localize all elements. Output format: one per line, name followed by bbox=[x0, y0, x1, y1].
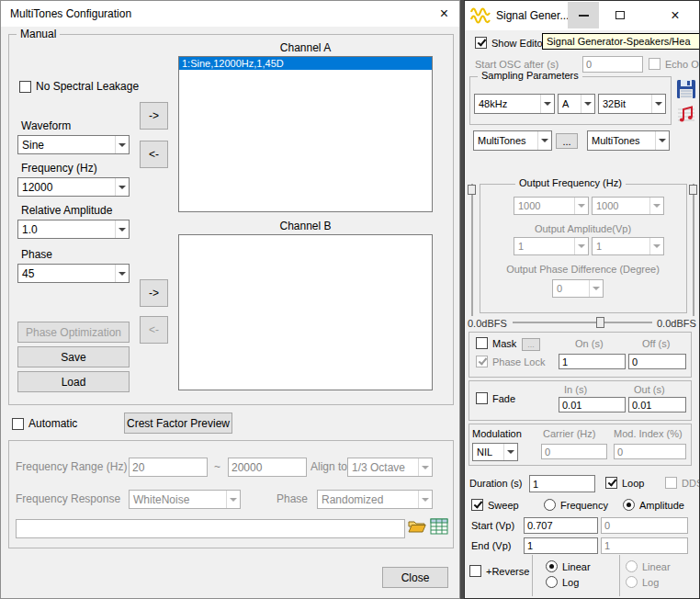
slider-thumb[interactable] bbox=[689, 185, 697, 195]
fade-in-input[interactable] bbox=[559, 397, 626, 413]
amp-b-combobox[interactable]: 1 bbox=[592, 237, 664, 255]
checkbox-box bbox=[649, 58, 660, 70]
dds-checkbox[interactable]: DDS bbox=[665, 477, 700, 489]
echo-only-checkbox[interactable]: Echo Only bbox=[649, 58, 700, 70]
channel-b-listbox[interactable] bbox=[178, 234, 433, 390]
radio-label: Log bbox=[562, 577, 579, 588]
show-editor-checkbox[interactable]: Show Edito bbox=[475, 37, 543, 49]
phase-mode-combobox[interactable]: Randomized bbox=[317, 490, 433, 509]
freq-a-combobox[interactable]: 1000 bbox=[514, 197, 589, 215]
multitones-config-dialog: MultiTones Configuration × Manual Channe… bbox=[0, 0, 460, 599]
channel-a-item[interactable]: 1:Sine,12000Hz,1,45D bbox=[179, 57, 432, 70]
linear-radio[interactable]: Linear bbox=[546, 560, 591, 572]
add-to-channel-a-button[interactable]: -> bbox=[140, 102, 168, 130]
chevron-down-icon bbox=[115, 178, 129, 196]
waveform-combobox[interactable]: Sine bbox=[17, 135, 130, 154]
notation-button[interactable] bbox=[674, 105, 698, 129]
slider-thumb[interactable] bbox=[468, 185, 476, 195]
phase-optimization-button[interactable]: Phase Optimization bbox=[17, 322, 130, 343]
balance-slider[interactable] bbox=[511, 316, 654, 329]
sweep-start-b-input[interactable] bbox=[601, 517, 688, 534]
save-settings-button[interactable] bbox=[673, 79, 699, 103]
window-title: MultiTones Configuration bbox=[10, 7, 131, 20]
frequency-combobox[interactable]: 12000 bbox=[17, 177, 130, 197]
fade-checkbox[interactable]: Fade bbox=[476, 392, 515, 404]
open-file-button[interactable] bbox=[407, 518, 427, 538]
mod-index-input[interactable] bbox=[614, 444, 686, 459]
waveform-app-icon bbox=[470, 6, 491, 28]
save-button[interactable]: Save bbox=[17, 346, 130, 367]
amplitude-radio[interactable]: Amplitude bbox=[623, 499, 684, 511]
spectrum-grid-button[interactable] bbox=[427, 516, 451, 540]
modulation-type-combobox[interactable]: NIL bbox=[472, 443, 518, 461]
chevron-down-icon bbox=[418, 458, 432, 476]
loop-checkbox[interactable]: Loop bbox=[605, 477, 644, 489]
wave-type-a-combobox[interactable]: MultiTones bbox=[473, 130, 552, 151]
mask-on-input[interactable] bbox=[559, 354, 626, 369]
channel-b-label: Channel B bbox=[178, 220, 433, 232]
radio-label: Frequency bbox=[560, 500, 608, 511]
wave-type-b-combobox[interactable]: MultiTones bbox=[587, 130, 670, 151]
crest-factor-preview-button[interactable]: Crest Factor Preview bbox=[124, 413, 232, 434]
checkbox-box bbox=[476, 356, 488, 367]
amp-a-combobox[interactable]: 1 bbox=[514, 237, 589, 255]
log-radio[interactable]: Log bbox=[546, 576, 579, 588]
remove-from-channel-a-button[interactable]: <- bbox=[140, 141, 168, 168]
channel-combobox[interactable]: A bbox=[558, 94, 595, 114]
bit-depth-combobox[interactable]: 32Bit bbox=[598, 94, 666, 114]
maximize-button[interactable] bbox=[604, 2, 636, 28]
slider-thumb[interactable] bbox=[596, 317, 604, 328]
reverse-checkbox[interactable]: +Reverse bbox=[469, 565, 529, 577]
load-button[interactable]: Load bbox=[17, 371, 130, 392]
checkbox-label: Echo Only bbox=[665, 59, 700, 70]
minimize-button[interactable] bbox=[568, 2, 599, 28]
radio-dot bbox=[623, 499, 635, 511]
fade-out-input[interactable] bbox=[628, 397, 686, 413]
titlebar[interactable]: MultiTones Configuration × bbox=[1, 1, 459, 27]
start-osc-input[interactable] bbox=[582, 56, 643, 73]
radio-dot bbox=[626, 560, 638, 572]
no-spectral-leakage-checkbox[interactable]: No Spectral Leakage bbox=[19, 80, 139, 93]
waveform-label: Waveform bbox=[21, 119, 71, 132]
sweep-end-b-input[interactable] bbox=[601, 537, 688, 554]
titlebar-close-button[interactable]: × bbox=[429, 1, 459, 27]
align-to-combobox[interactable]: 1/3 Octave bbox=[347, 458, 433, 477]
checkbox-label: DDS bbox=[682, 478, 700, 489]
dialog-close-button[interactable]: Close bbox=[382, 567, 448, 588]
wave-options-button[interactable]: ... bbox=[556, 133, 578, 149]
add-to-channel-b-button[interactable]: -> bbox=[140, 279, 168, 307]
mask-off-input[interactable] bbox=[628, 354, 686, 369]
checkbox-label: No Spectral Leakage bbox=[36, 80, 139, 93]
relative-amplitude-combobox[interactable]: 1.0 bbox=[17, 220, 130, 239]
file-path-input[interactable] bbox=[16, 519, 405, 538]
checkbox-box bbox=[12, 418, 24, 430]
phase-difference-combobox[interactable]: 0 bbox=[552, 279, 604, 298]
close-button[interactable]: × bbox=[654, 2, 696, 28]
sweep-end-input[interactable] bbox=[524, 537, 598, 554]
titlebar[interactable]: Signal Gener... × bbox=[465, 1, 699, 30]
log-b-radio[interactable]: Log bbox=[626, 576, 659, 588]
signal-generator-window: Signal Gener... × Show Edito Signal Gene… bbox=[464, 0, 700, 599]
range-from-input[interactable] bbox=[129, 458, 208, 477]
linear-b-radio[interactable]: Linear bbox=[626, 560, 671, 572]
freq-b-combobox[interactable]: 1000 bbox=[592, 197, 664, 215]
automatic-checkbox[interactable]: Automatic bbox=[12, 417, 77, 430]
mask-checkbox[interactable]: Mask bbox=[476, 337, 516, 349]
remove-from-channel-b-button[interactable]: <- bbox=[140, 316, 168, 344]
sweep-start-input[interactable] bbox=[524, 517, 598, 534]
right-level-slider[interactable] bbox=[688, 182, 699, 318]
channel-a-listbox[interactable]: 1:Sine,12000Hz,1,45D bbox=[178, 56, 433, 212]
duration-input[interactable] bbox=[529, 475, 595, 492]
left-level-slider[interactable] bbox=[467, 182, 478, 318]
frequency-response-combobox[interactable]: WhiteNoise bbox=[129, 490, 241, 509]
carrier-input[interactable] bbox=[541, 444, 607, 459]
range-to-input[interactable] bbox=[228, 458, 307, 477]
sweep-checkbox[interactable]: Sweep bbox=[471, 499, 519, 511]
chevron-down-icon bbox=[581, 95, 594, 113]
phase-lock-checkbox[interactable]: Phase Lock bbox=[476, 356, 545, 367]
sample-rate-combobox[interactable]: 48kHz bbox=[474, 94, 555, 114]
mask-options-button[interactable]: ... bbox=[522, 338, 540, 351]
frequency-radio[interactable]: Frequency bbox=[544, 499, 608, 511]
chevron-down-icon bbox=[418, 491, 432, 508]
phase-combobox[interactable]: 45 bbox=[17, 264, 130, 283]
